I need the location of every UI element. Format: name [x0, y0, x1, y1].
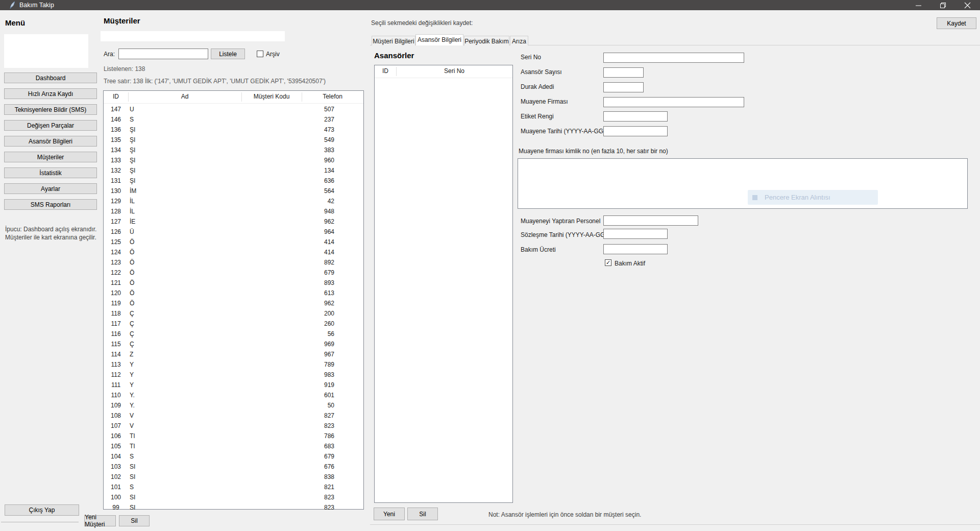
table-row[interactable]: 124Ö414 [104, 247, 363, 257]
durak-adedi-label: Durak Adedi [521, 83, 554, 90]
table-row[interactable]: 121Ö893 [104, 278, 363, 288]
bakim-ucreti-input[interactable] [603, 244, 668, 254]
cell-phone: 786 [303, 431, 334, 441]
restore-button[interactable] [930, 0, 955, 10]
table-row[interactable]: 136ŞI473 [104, 125, 363, 135]
cell-phone: 507 [303, 104, 334, 114]
table-row[interactable]: 100SI823 [104, 492, 363, 502]
table-row[interactable]: 122Ö679 [104, 268, 363, 278]
table-row[interactable]: 134ŞI383 [104, 145, 363, 155]
table-row[interactable]: 120Ö613 [104, 288, 363, 298]
table-row[interactable]: 112Y983 [104, 370, 363, 380]
sidebar-item-sms-raporlari[interactable]: SMS Raporları [4, 199, 97, 210]
table-row[interactable]: 132ŞI134 [104, 165, 363, 176]
durak-adedi-input[interactable] [603, 82, 644, 92]
cell-id: 130 [104, 186, 128, 196]
table-row[interactable]: 108V827 [104, 411, 363, 421]
table-row[interactable]: 123Ö892 [104, 257, 363, 268]
elev-column-id[interactable]: ID [375, 67, 396, 75]
muayene-tarihi-input[interactable] [603, 126, 668, 136]
sidebar-item-degisen-parcalar[interactable]: Değişen Parçalar [4, 120, 97, 131]
tab-asansor-bilgileri[interactable]: Asansör Bilgileri [415, 34, 463, 45]
save-button[interactable]: Kaydet [937, 17, 976, 29]
table-row[interactable]: 110Y.601 [104, 390, 363, 400]
sidebar-item-teknisyenlere[interactable]: Teknisyenlere Bildir (SMS) [4, 104, 97, 115]
seri-no-input[interactable] [603, 53, 744, 63]
column-header-telefon[interactable]: Telefon [302, 93, 363, 100]
sidebar-item-dashboard[interactable]: Dashboard [4, 73, 97, 83]
personel-input[interactable] [603, 215, 698, 226]
sidebar-item-asansor-bilgileri[interactable]: Asansör Bilgileri [4, 136, 97, 147]
tab-periyodik-bakim[interactable]: Periyodik Bakım [464, 36, 509, 45]
table-row[interactable]: 115Ç969 [104, 339, 363, 349]
cell-phone: 962 [303, 298, 334, 308]
table-row[interactable]: 125Ö414 [104, 237, 363, 247]
column-header-id[interactable]: ID [104, 93, 128, 100]
table-row[interactable]: 116Ç56 [104, 329, 363, 339]
table-row[interactable]: 105TI683 [104, 441, 363, 451]
table-row[interactable]: 109Y.50 [104, 400, 363, 411]
asansor-sayisi-input[interactable] [603, 67, 644, 78]
logout-button[interactable]: Çıkış Yap [5, 504, 79, 516]
minimize-button[interactable] [906, 0, 930, 10]
sidebar-item-ayarlar[interactable]: Ayarlar [4, 183, 97, 194]
table-row[interactable]: 131ŞI636 [104, 176, 363, 186]
tab-ariza[interactable]: Arıza [510, 36, 528, 45]
cell-phone: 601 [303, 390, 334, 400]
search-input[interactable] [118, 49, 208, 59]
kimlik-no-textarea[interactable] [518, 158, 968, 209]
cell-name: SI [130, 472, 135, 482]
column-header-ad[interactable]: Ad [128, 93, 241, 100]
cell-name: Ö [130, 257, 134, 268]
delete-customer-button[interactable]: Sil [119, 515, 150, 526]
sozlesme-tarihi-input[interactable] [603, 229, 668, 239]
tab-musteri-bilgileri[interactable]: Müşteri Bilgileri [372, 36, 415, 45]
cell-id: 129 [104, 196, 128, 206]
table-row[interactable]: 146S237 [104, 114, 363, 125]
table-row[interactable]: 128İL948 [104, 206, 363, 216]
etiket-rengi-input[interactable] [603, 111, 668, 122]
column-header-kodu[interactable]: Müşteri Kodu [241, 93, 302, 100]
table-row[interactable]: 103SI676 [104, 462, 363, 472]
table-row[interactable]: 127İE962 [104, 216, 363, 227]
muayene-firmasi-input[interactable] [603, 97, 744, 107]
cell-id: 136 [104, 125, 128, 135]
archive-checkbox[interactable] [257, 51, 263, 57]
table-row[interactable]: 117Ç260 [104, 319, 363, 329]
close-button[interactable] [955, 0, 979, 10]
table-row[interactable]: 129İL42 [104, 196, 363, 206]
table-row[interactable]: 147U507 [104, 104, 363, 114]
table-row[interactable]: 135ŞI549 [104, 135, 363, 145]
sozlesme-tarihi-label: Sözleşme Tarihi (YYYY-AA-GG) [521, 231, 607, 238]
cell-phone: 683 [303, 441, 334, 451]
table-row[interactable]: 99SI823 [104, 502, 363, 513]
elev-column-serino[interactable]: Seri No [396, 67, 512, 75]
sidebar-item-musteriler[interactable]: Müşteriler [4, 152, 97, 162]
cell-id: 114 [104, 349, 128, 359]
table-row[interactable]: 107V823 [104, 421, 363, 431]
cell-id: 124 [104, 247, 128, 257]
table-row[interactable]: 113Y789 [104, 359, 363, 370]
cell-phone: 962 [303, 216, 334, 227]
titlebar[interactable]: Bakım Takip [0, 0, 980, 10]
new-elevator-button[interactable]: Yeni [374, 508, 405, 520]
sidebar-item-hizli-ariza[interactable]: Hızlı Arıza Kaydı [4, 88, 97, 99]
table-row[interactable]: 111Y919 [104, 380, 363, 390]
sidebar-item-istatistik[interactable]: İstatistik [4, 167, 97, 178]
table-row[interactable]: 104S679 [104, 451, 363, 462]
table-row[interactable]: 106TI786 [104, 431, 363, 441]
table-row[interactable]: 130İM564 [104, 186, 363, 196]
cell-phone: 237 [303, 114, 334, 125]
table-row[interactable]: 119Ö962 [104, 298, 363, 308]
bakim-aktif-checkbox[interactable]: ✓ [605, 259, 611, 266]
table-row[interactable]: 133ŞI960 [104, 155, 363, 165]
table-row[interactable]: 118Ç200 [104, 308, 363, 319]
new-customer-button[interactable]: Yeni Müşteri [84, 515, 116, 526]
table-row[interactable]: 101S821 [104, 482, 363, 492]
cell-name: S [130, 451, 134, 462]
table-row[interactable]: 126Ü964 [104, 227, 363, 237]
table-row[interactable]: 102SI838 [104, 472, 363, 482]
list-button[interactable]: Listele [211, 49, 245, 59]
delete-elevator-button[interactable]: Sil [407, 508, 438, 520]
table-row[interactable]: 114Z967 [104, 349, 363, 359]
